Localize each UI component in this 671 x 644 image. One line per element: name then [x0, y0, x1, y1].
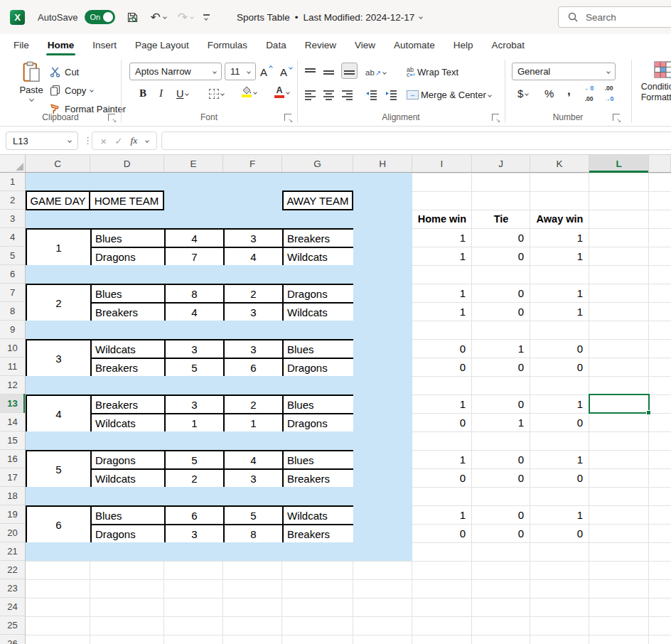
cell-E14[interactable]: 1: [164, 413, 223, 431]
cell-F4[interactable]: 3: [223, 228, 282, 247]
row-header-17[interactable]: 17: [0, 468, 25, 487]
underline-button[interactable]: U: [176, 85, 188, 102]
cell-F14[interactable]: 1: [223, 413, 282, 431]
cell-J3[interactable]: Tie: [472, 210, 530, 228]
row-header-21[interactable]: 21: [0, 542, 25, 561]
redo-button[interactable]: ↷: [178, 11, 193, 23]
currency-button[interactable]: $: [517, 85, 528, 102]
save-button[interactable]: [127, 11, 139, 23]
fill-color-dropdown-icon[interactable]: [253, 90, 257, 95]
column-header-F[interactable]: F: [223, 155, 282, 172]
number-format-dropdown-icon[interactable]: [606, 70, 611, 74]
cell-J13[interactable]: 0: [472, 395, 530, 413]
row-header-25[interactable]: 25: [0, 616, 25, 635]
cell-I14[interactable]: 0: [412, 413, 472, 431]
cell-J16[interactable]: 0: [472, 450, 530, 468]
cell-K17[interactable]: 0: [530, 468, 589, 487]
column-header-H[interactable]: H: [353, 155, 412, 172]
cell-G11[interactable]: Dragons: [282, 358, 353, 376]
column-header-E[interactable]: E: [164, 155, 223, 172]
cell-D17[interactable]: Wildcats: [90, 468, 164, 487]
align-bottom-button[interactable]: [341, 63, 358, 79]
cell-G5[interactable]: Wildcats: [282, 247, 353, 265]
row-header-11[interactable]: 11: [0, 358, 25, 376]
name-box-dropdown-icon[interactable]: [68, 139, 72, 143]
cell-K14[interactable]: 0: [530, 413, 589, 431]
document-title[interactable]: Sports Table • Last Modified: 2024-12-17: [237, 12, 422, 23]
cell-J8[interactable]: 0: [472, 302, 530, 321]
cell-I5[interactable]: 1: [412, 247, 472, 265]
row-header-6[interactable]: 6: [0, 265, 25, 284]
cell-G19[interactable]: Wildcats: [282, 505, 353, 524]
cell-I8[interactable]: 1: [412, 302, 472, 321]
cell-D10[interactable]: Wildcats: [90, 339, 164, 358]
cell-D13[interactable]: Breakers: [90, 395, 164, 413]
cell-F5[interactable]: 4: [223, 247, 282, 265]
undo-button[interactable]: ↶: [150, 11, 166, 23]
number-dialog-launcher[interactable]: [613, 114, 620, 121]
menu-tab-review[interactable]: Review: [296, 34, 345, 55]
cell-C4[interactable]: 1: [26, 228, 90, 265]
cell-G14[interactable]: Dragons: [282, 413, 353, 431]
column-header-partial[interactable]: [649, 155, 671, 172]
menu-tab-data[interactable]: Data: [257, 34, 296, 55]
cell-K3[interactable]: Away win: [530, 210, 589, 228]
cell-C19[interactable]: 6: [26, 505, 90, 542]
cell-I10[interactable]: 0: [412, 339, 472, 358]
font-size-dropdown-icon[interactable]: [247, 70, 251, 74]
menu-tab-page-layout[interactable]: Page Layout: [126, 34, 198, 55]
cell-J7[interactable]: 0: [472, 284, 530, 302]
conditional-formatting-button[interactable]: Conditional Formatting: [635, 61, 671, 103]
cell-J10[interactable]: 1: [472, 339, 530, 358]
paste-dropdown-icon[interactable]: [28, 97, 33, 102]
column-header-D[interactable]: D: [90, 155, 164, 172]
cell-K8[interactable]: 1: [530, 302, 589, 321]
font-color-dropdown-icon[interactable]: [286, 90, 290, 95]
menu-tab-insert[interactable]: Insert: [83, 34, 126, 55]
name-box[interactable]: L13: [6, 132, 78, 150]
menu-tab-view[interactable]: View: [345, 34, 385, 55]
cell-J4[interactable]: 0: [472, 228, 530, 247]
cell-K16[interactable]: 1: [530, 450, 589, 468]
column-header-J[interactable]: J: [472, 155, 530, 172]
menu-tab-automate[interactable]: Automate: [385, 34, 444, 55]
column-header-I[interactable]: I: [412, 155, 472, 172]
cell-G17[interactable]: Breakers: [282, 468, 353, 487]
cell-J17[interactable]: 0: [472, 468, 530, 487]
row-header-15[interactable]: 15: [0, 431, 25, 450]
row-header-1[interactable]: 1: [0, 173, 25, 191]
cell-D11[interactable]: Breakers: [90, 358, 164, 376]
menu-tab-formulas[interactable]: Formulas: [198, 34, 257, 55]
increase-indent-button[interactable]: [385, 87, 397, 103]
insert-function-icon[interactable]: fx: [131, 135, 138, 146]
row-header-5[interactable]: 5: [0, 247, 25, 265]
align-center-button[interactable]: [323, 87, 335, 103]
cell-K5[interactable]: 1: [530, 247, 589, 265]
orientation-dropdown-icon[interactable]: [382, 70, 387, 75]
row-header-16[interactable]: 16: [0, 450, 25, 468]
borders-dropdown-icon[interactable]: [220, 92, 225, 96]
italic-button[interactable]: I: [159, 85, 163, 102]
row-header-24[interactable]: 24: [0, 598, 25, 616]
number-format-select[interactable]: General: [512, 63, 616, 80]
cell-F11[interactable]: 6: [223, 358, 282, 376]
cell-C7[interactable]: 2: [26, 284, 90, 321]
cell-G10[interactable]: Blues: [282, 339, 353, 358]
cell-J20[interactable]: 0: [472, 524, 530, 542]
column-header-G[interactable]: G: [282, 155, 353, 172]
borders-button[interactable]: [209, 85, 224, 102]
row-header-23[interactable]: 23: [0, 579, 25, 598]
cell-D5[interactable]: Dragons: [90, 247, 164, 265]
row-header-8[interactable]: 8: [0, 302, 25, 321]
title-dropdown-icon[interactable]: [419, 15, 423, 19]
cell-F19[interactable]: 5: [223, 505, 282, 524]
cell-I4[interactable]: 1: [412, 228, 472, 247]
cell-J5[interactable]: 0: [472, 247, 530, 265]
font-name-dropdown-icon[interactable]: [213, 70, 217, 74]
cell-I3[interactable]: Home win: [412, 210, 472, 228]
cell-E10[interactable]: 3: [164, 339, 223, 358]
menu-tab-acrobat[interactable]: Acrobat: [483, 34, 535, 55]
font-color-button[interactable]: A: [274, 84, 289, 100]
row-header-22[interactable]: 22: [0, 561, 25, 579]
cell-F17[interactable]: 3: [223, 468, 282, 487]
